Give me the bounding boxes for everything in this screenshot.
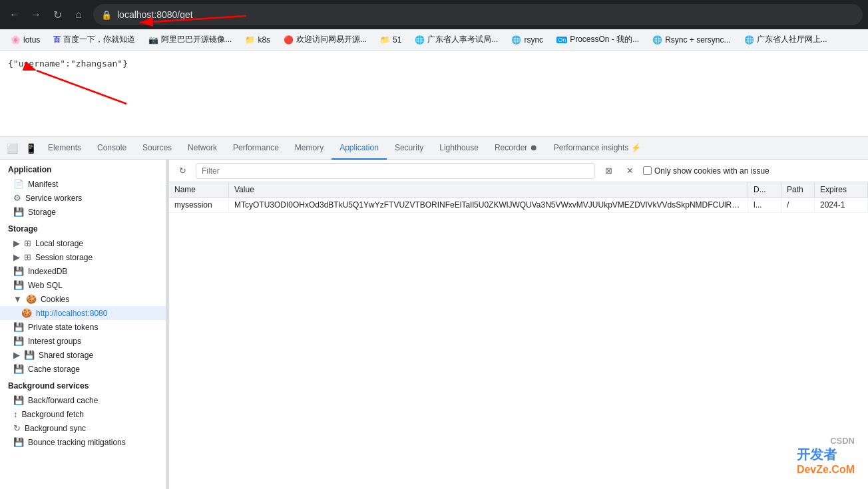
tab-network[interactable]: Network (180, 137, 225, 160)
bookmark-rsync2-label: Rsync + sersync... (665, 35, 730, 45)
tab-lighthouse[interactable]: Lighthouse (431, 137, 487, 160)
sidebar-item-bfcache[interactable]: 💾 Back/forward cache (0, 393, 166, 407)
sidebar-item-interest-groups[interactable]: 💾 Interest groups (0, 334, 166, 348)
tab-console[interactable]: Console (89, 137, 134, 160)
bookmark-wangyi[interactable]: 🔴 欢迎访问网易开源... (278, 33, 372, 47)
reload-button[interactable]: ↻ (48, 5, 67, 24)
sidebar-item-localhost-label: http://localhost:8080 (36, 309, 107, 318)
bookmark-rsync[interactable]: 🌐 rsync (506, 34, 548, 46)
private-state-icon: 💾 (13, 322, 24, 332)
bookmark-guangdong[interactable]: 🌐 广东省人事考试局... (409, 33, 503, 47)
devtools-sidebar: Application 📄 Manifest ⚙ Service workers… (0, 160, 166, 489)
cookie-name: mysession (169, 198, 229, 213)
section-storage-title: Storage (0, 219, 166, 236)
sidebar-item-session-storage-label: Session storage (35, 253, 93, 262)
nav-buttons: ← → ↻ ⌂ (5, 5, 88, 24)
sidebar-item-bounce-tracking[interactable]: 💾 Bounce tracking mitigations (0, 435, 166, 449)
cookie-domain: l... (748, 198, 781, 213)
bookmark-guangdongshe-label: 广东省人社厅网上... (757, 34, 827, 45)
bookmark-alibaba-label: 阿里巴巴开源镜像... (161, 34, 232, 45)
devtools: ⬜ 📱 Elements Console Sources Network Per… (0, 137, 868, 489)
devtools-inspect-icon[interactable]: ⬜ (3, 139, 21, 158)
sidebar-item-bg-fetch[interactable]: ↕ Background fetch (0, 407, 166, 421)
bookmark-processon[interactable]: On ProcessOn - 我的... (551, 33, 644, 47)
bookmark-guangdong-label: 广东省人事考试局... (427, 34, 498, 45)
clear-filter-button[interactable]: ⊠ (600, 163, 616, 179)
sidebar-item-shared-storage[interactable]: ▶ 💾 Shared storage (0, 348, 166, 362)
devtools-device-icon[interactable]: 📱 (21, 139, 40, 158)
k8s-icon: 📁 (245, 35, 255, 45)
expand-icon-session: ▶ (13, 252, 20, 262)
bookmark-rsync2[interactable]: 🌐 Rsync + sersync... (647, 34, 736, 46)
tab-application[interactable]: Application (331, 137, 387, 160)
bookmark-k8s[interactable]: 📁 k8s (240, 34, 276, 46)
websql-icon: 💾 (13, 280, 24, 290)
url-text: localhost:8080/get (117, 9, 193, 20)
json-response: {"username":"zhangsan"} (8, 59, 860, 69)
sidebar-item-localhost[interactable]: 🍪 http://localhost:8080 (0, 306, 166, 320)
sidebar-item-local-storage[interactable]: ▶ ⊞ Local storage (0, 236, 166, 250)
bookmark-baidu[interactable]: 百 百度一下，你就知道 (48, 33, 140, 47)
tab-performance[interactable]: Performance (225, 137, 287, 160)
tab-performance-insights[interactable]: Performance insights ⚡ (546, 137, 649, 160)
forward-button[interactable]: → (27, 5, 45, 24)
sidebar-item-interest-groups-label: Interest groups (28, 337, 81, 346)
col-expires: Expires (815, 182, 868, 198)
only-issue-label: Only show cookies with an issue (654, 166, 769, 176)
lock-icon: 🔒 (101, 10, 112, 20)
sidebar-item-private-state[interactable]: 💾 Private state tokens (0, 320, 166, 334)
tab-elements[interactable]: Elements (40, 137, 89, 160)
sidebar-item-cookies[interactable]: ▼ 🍪 Cookies (0, 292, 166, 306)
tab-recorder[interactable]: Recorder ⏺ (487, 137, 546, 160)
tab-sources[interactable]: Sources (134, 137, 180, 160)
sidebar-item-shared-storage-label: Shared storage (39, 351, 93, 360)
bookmark-guangdongshe[interactable]: 🌐 广东省人社厅网上... (739, 33, 833, 47)
sidebar-item-storage[interactable]: 💾 Storage (0, 205, 166, 219)
shared-storage-icon: 💾 (24, 350, 35, 360)
bookmarks-bar: 🌸 lotus 百 百度一下，你就知道 📷 阿里巴巴开源镜像... 📁 k8s … (0, 29, 868, 51)
sidebar-item-cache-storage[interactable]: 💾 Cache storage (0, 362, 166, 376)
cookies-icon: 🍪 (26, 294, 37, 304)
sidebar-item-bounce-tracking-label: Bounce tracking mitigations (28, 438, 126, 447)
sidebar-item-manifest-label: Manifest (28, 180, 58, 189)
col-domain: D... (748, 182, 781, 198)
sidebar-item-indexeddb[interactable]: 💾 IndexedDB (0, 264, 166, 278)
sidebar-item-websql[interactable]: 💾 Web SQL (0, 278, 166, 292)
col-value: Value (229, 182, 748, 198)
wangyi-icon: 🔴 (284, 35, 294, 45)
bg-fetch-icon: ↕ (13, 409, 18, 419)
cookie-toolbar: ↻ ⊠ ✕ Only show cookies with an issue (169, 160, 868, 182)
cache-storage-icon: 💾 (13, 364, 24, 374)
sidebar-item-cache-storage-label: Cache storage (28, 365, 80, 374)
tab-security[interactable]: Security (387, 137, 431, 160)
expand-icon-shared: ▶ (13, 350, 20, 360)
bookmark-wangyi-label: 欢迎访问网易开源... (296, 34, 367, 45)
cookie-filter-input[interactable] (196, 163, 595, 179)
browser-toolbar: ← → ↻ ⌂ 🔒 localhost:8080/get (0, 0, 868, 29)
sidebar-item-session-storage[interactable]: ▶ ⊞ Session storage (0, 250, 166, 264)
refresh-cookies-button[interactable]: ↻ (174, 163, 190, 179)
main-content-panel: ↻ ⊠ ✕ Only show cookies with an issue Na… (169, 160, 868, 489)
interest-groups-icon: 💾 (13, 336, 24, 346)
bookmark-processon-label: ProcessOn - 我的... (570, 34, 639, 45)
table-row[interactable]: mysession MTcyOTU3ODI0OHxOd3dBTkU5Q1YwYz… (169, 198, 868, 213)
cookie-expires: 2024-1 (815, 198, 868, 213)
only-issue-checkbox[interactable] (643, 166, 652, 175)
tab-memory[interactable]: Memory (287, 137, 331, 160)
sidebar-item-manifest[interactable]: 📄 Manifest (0, 177, 166, 191)
devtools-tab-bar: ⬜ 📱 Elements Console Sources Network Per… (0, 137, 868, 160)
address-bar[interactable]: 🔒 localhost:8080/get (93, 4, 863, 25)
bookmark-alibaba[interactable]: 📷 阿里巴巴开源镜像... (143, 33, 237, 47)
sidebar-item-bg-sync[interactable]: ↻ Background sync (0, 421, 166, 435)
lotus-icon: 🌸 (11, 35, 21, 45)
table-header-row: Name Value D... Path Expires (169, 182, 868, 198)
bookmark-lotus[interactable]: 🌸 lotus (5, 34, 45, 46)
sidebar-item-service-workers[interactable]: ⚙ Service workers (0, 191, 166, 205)
home-button[interactable]: ⌂ (69, 5, 88, 24)
delete-cookie-button[interactable]: ✕ (622, 163, 638, 179)
back-button[interactable]: ← (5, 5, 24, 24)
bookmark-lotus-label: lotus (23, 35, 40, 45)
only-issue-checkbox-label[interactable]: Only show cookies with an issue (643, 166, 769, 176)
bookmark-rsync-label: rsync (524, 35, 543, 45)
bookmark-51[interactable]: 📁 51 (375, 34, 407, 46)
